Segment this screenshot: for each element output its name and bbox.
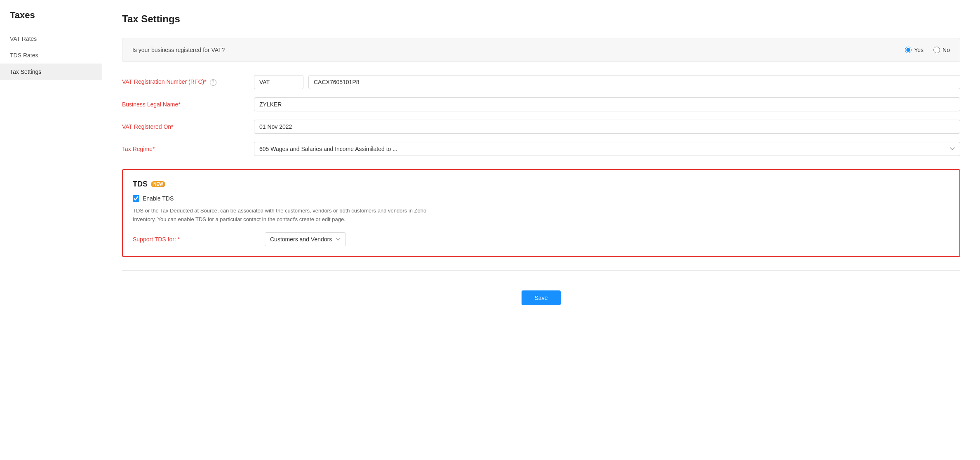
vat-input-group <box>254 75 960 89</box>
enable-tds-checkbox[interactable] <box>133 195 139 202</box>
tax-regime-label: Tax Regime* <box>122 146 254 152</box>
enable-tds-row: Enable TDS <box>133 195 949 202</box>
support-tds-select-wrap: Customers and Vendors <box>265 232 430 246</box>
tds-section: TDS NEW Enable TDS TDS or the Tax Deduct… <box>122 169 960 257</box>
tds-header: TDS NEW <box>133 180 949 189</box>
tax-regime-row: Tax Regime* 605 Wages and Salaries and I… <box>122 142 960 156</box>
vat-question-label: Is your business registered for VAT? <box>132 47 905 53</box>
vat-registered-on-input[interactable] <box>254 120 960 134</box>
enable-tds-label[interactable]: Enable TDS <box>143 195 174 202</box>
main-content: Tax Settings Is your business registered… <box>102 0 980 460</box>
vat-prefix-input[interactable] <box>254 75 303 89</box>
business-legal-name-row: Business Legal Name* <box>122 97 960 111</box>
support-tds-row: Support TDS for: * Customers and Vendors <box>133 232 949 246</box>
support-tds-label: Support TDS for: * <box>133 236 265 243</box>
save-button[interactable]: Save <box>522 290 561 305</box>
sidebar-item-vat-rates[interactable]: VAT Rates <box>0 31 102 47</box>
help-icon[interactable]: ? <box>210 79 216 86</box>
divider <box>122 270 960 271</box>
save-section: Save <box>122 281 960 315</box>
vat-no-option[interactable]: No <box>933 47 950 53</box>
business-legal-name-input[interactable] <box>254 97 960 111</box>
sidebar-item-tax-settings[interactable]: Tax Settings <box>0 64 102 80</box>
sidebar: Taxes VAT Rates TDS Rates Tax Settings <box>0 0 102 460</box>
vat-radio-group: Yes No <box>905 47 950 53</box>
sidebar-item-tds-rates[interactable]: TDS Rates <box>0 47 102 64</box>
vat-registered-on-label: VAT Registered On* <box>122 123 254 130</box>
vat-number-input[interactable] <box>308 75 960 89</box>
vat-yes-radio[interactable] <box>905 47 912 53</box>
vat-registration-row: VAT Registration Number (RFC)* ? <box>122 75 960 89</box>
new-badge: NEW <box>151 181 165 187</box>
vat-yes-option[interactable]: Yes <box>905 47 924 53</box>
support-tds-select[interactable]: Customers and Vendors <box>265 232 346 246</box>
tds-description: TDS or the Tax Deducted at Source, can b… <box>133 207 446 224</box>
vat-no-radio[interactable] <box>933 47 940 53</box>
form-section: VAT Registration Number (RFC)* ? Busines… <box>122 75 960 156</box>
tax-regime-select[interactable]: 605 Wages and Salaries and Income Assimi… <box>254 142 960 156</box>
vat-registration-label: VAT Registration Number (RFC)* ? <box>122 78 254 85</box>
vat-registered-on-row: VAT Registered On* <box>122 120 960 134</box>
sidebar-title: Taxes <box>0 10 102 31</box>
tds-title: TDS <box>133 180 148 189</box>
vat-registered-section: Is your business registered for VAT? Yes… <box>122 38 960 62</box>
page-title: Tax Settings <box>122 13 960 25</box>
business-legal-name-label: Business Legal Name* <box>122 101 254 108</box>
